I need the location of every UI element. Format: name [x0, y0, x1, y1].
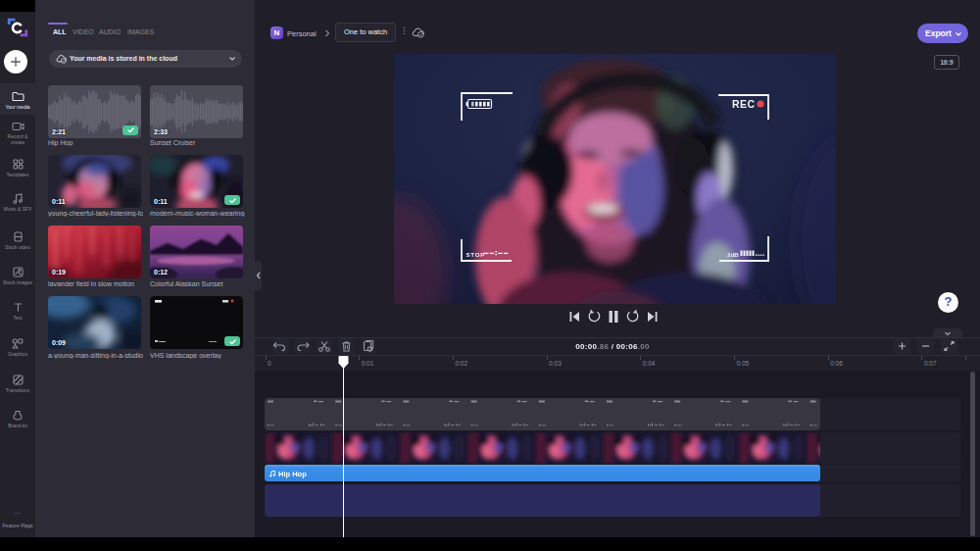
svg-text:STOP: STOP [466, 251, 486, 258]
svg-text:2dB: 2dB [727, 251, 739, 258]
svg-text:REC: REC [732, 98, 755, 110]
